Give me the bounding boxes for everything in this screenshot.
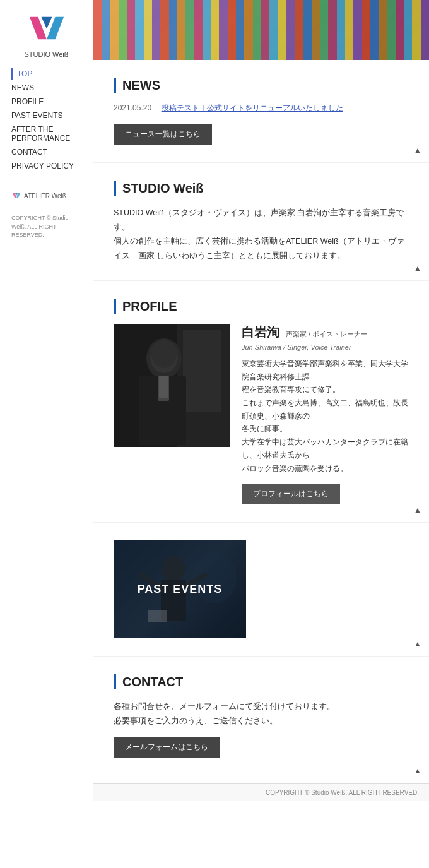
atelier-logo-text: ATELIER Weiß [24,193,66,199]
profile-button[interactable]: プロフィールはこちら [242,484,340,504]
atelier-w-icon [11,191,21,200]
news-item: 2021.05.20 投稿テスト｜公式サイトをリニューアルいたしました [114,103,409,114]
logo-text: STUDIO Weiß [0,51,93,58]
studio-weis-logo[interactable] [25,13,69,47]
main-footer: COPYRIGHT © Studio Weiß. ALL RIGHT RESER… [93,783,429,801]
news-title-bar [114,78,116,93]
nav-item-past-events[interactable]: PAST EVENTS [11,110,93,121]
nav-item-profile[interactable]: PROFILE [11,96,93,107]
hero-stripes [93,0,429,60]
profile-role-en: Jun Shiraiwa / Singer, Voice Trainer [242,343,409,351]
profile-role: 声楽家 / ボイストレーナー [286,330,368,339]
news-link[interactable]: 投稿テスト｜公式サイトをリニューアルいたしました [162,104,343,112]
studio-title: STUDIO Weiß [114,181,409,196]
contact-section: CONTACT 各種お問合せを、メールフォームにて受け付けております。 必要事項… [93,657,429,783]
logo-area: STUDIO Weiß [0,6,93,68]
svg-rect-11 [183,330,221,412]
news-title: NEWS [114,78,409,93]
footer-copyright: COPYRIGHT © Studio Weiß. ALL RIGHT RESER… [266,789,419,796]
profile-desc: 東京芸術大学音楽学部声楽科を卒業、同大学大学院音楽研究科修士課 程を音楽教育専攻… [242,357,409,475]
profile-photo-inner [114,324,230,447]
contact-button[interactable]: メールフォームはこちら [114,737,220,758]
news-list-button[interactable]: ニュース一覧はこちら [114,124,212,145]
studio-section: STUDIO Weiß STUDIO Weiß（スタジオ・ヴァイス）は、声楽家 … [93,163,429,281]
svg-rect-15 [159,376,168,398]
nav-item-news[interactable]: NEWS [11,82,93,93]
profile-content: 白岩洵 声楽家 / ボイストレーナー Jun Shiraiwa / Singer… [114,324,409,504]
profile-title: PROFILE [114,299,409,314]
past-events-label: PAST EVENTS [138,583,223,596]
profile-name-row: 白岩洵 声楽家 / ボイストレーナー [242,324,409,341]
news-date: 2021.05.20 [114,104,151,112]
sidebar-copyright: COPYRIGHT © Studio Weiß. ALL RIGHT RESER… [0,209,93,245]
scroll-top-arrow-studio[interactable]: ▲ [414,264,421,273]
hero-banner [93,0,429,60]
past-events-overlay: PAST EVENTS [114,540,246,638]
profile-title-bar [114,299,116,314]
profile-section: PROFILE [93,281,429,523]
profile-name: 白岩洵 [242,324,279,341]
contact-title: CONTACT [114,674,409,689]
news-section: NEWS 2021.05.20 投稿テスト｜公式サイトをリニューアルいたしました… [93,60,429,163]
sidebar: STUDIO Weiß TOP NEWS PROFILE PAST EVENTS… [0,0,93,868]
contact-text: 各種お問合せを、メールフォームにて受け付けております。 必要事項をご入力のうえ、… [114,699,409,728]
svg-point-17 [151,340,177,368]
studio-text: STUDIO Weiß（スタジオ・ヴァイス）は、声楽家 白岩洵が主宰する音楽工房… [114,206,409,263]
past-events-image[interactable]: PAST EVENTS [114,540,246,638]
profile-portrait-svg [114,324,230,447]
svg-marker-4 [41,17,52,29]
nav-list: TOP NEWS PROFILE PAST EVENTS AFTER THE P… [0,68,93,172]
scroll-top-arrow-news[interactable]: ▲ [414,146,421,155]
nav-item-top[interactable]: TOP [11,68,93,80]
nav-item-privacy[interactable]: PRIVACY POLICY [11,160,93,172]
sidebar-divider [11,177,81,177]
atelier-logo[interactable]: ATELIER Weiß [0,182,93,209]
main-content: NEWS 2021.05.20 投稿テスト｜公式サイトをリニューアルいたしました… [93,0,429,868]
contact-title-bar [114,674,116,689]
nav-item-contact[interactable]: CONTACT [11,146,93,158]
profile-photo [114,324,230,447]
scroll-top-arrow-past[interactable]: ▲ [414,639,421,648]
nav-item-after[interactable]: AFTER THE PERFORMANCE [11,124,93,144]
scroll-top-arrow-profile[interactable]: ▲ [414,506,421,514]
past-events-section: PAST EVENTS ▲ [93,523,429,657]
profile-info: 白岩洵 声楽家 / ボイストレーナー Jun Shiraiwa / Singer… [242,324,409,504]
scroll-top-arrow-contact[interactable]: ▲ [414,766,421,775]
studio-title-bar [114,181,116,196]
